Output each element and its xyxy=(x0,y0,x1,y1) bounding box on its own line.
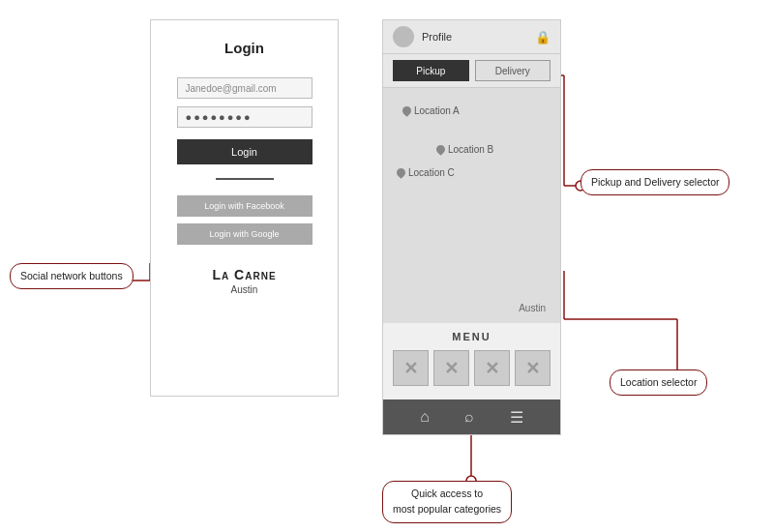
brand-name: La Carne xyxy=(212,267,276,282)
category-item-3[interactable]: ✕ xyxy=(474,350,510,386)
menu-section: Menu ✕ ✕ ✕ ✕ xyxy=(383,323,560,399)
profile-label: Profile xyxy=(422,31,527,43)
pickup-delivery-annotation: Pickup and Delivery selector xyxy=(580,169,729,195)
menu-label: Menu xyxy=(393,331,551,342)
location-b[interactable]: Location B xyxy=(436,144,493,155)
google-login-button[interactable]: Login with Google xyxy=(177,223,313,245)
password-field[interactable]: ●●●●●●●● xyxy=(177,106,313,128)
menu-icon[interactable]: ☰ xyxy=(510,408,523,427)
home-icon[interactable]: ⌂ xyxy=(420,408,430,426)
bottom-nav: ⌂ ⌕ ☰ xyxy=(383,399,560,434)
location-a[interactable]: Location A xyxy=(402,105,460,116)
category-grid: ✕ ✕ ✕ ✕ xyxy=(393,350,551,386)
quick-access-annotation: Quick access to most popular categories xyxy=(382,481,512,523)
email-field[interactable]: Janedoe@gmail.com xyxy=(177,77,313,99)
search-icon[interactable]: ⌕ xyxy=(464,408,474,426)
divider xyxy=(216,178,274,180)
login-wireframe: Login Janedoe@gmail.com ●●●●●●●● Login L… xyxy=(150,19,339,397)
app-wireframe: Profile 🔒 Pickup Delivery Location A Loc… xyxy=(382,19,561,435)
avatar xyxy=(393,26,414,47)
login-title: Login xyxy=(224,40,264,56)
login-button[interactable]: Login xyxy=(177,139,313,164)
map-area: Location A Location B Location C Austin xyxy=(383,88,560,323)
location-annotation: Location selector xyxy=(610,369,707,396)
category-item-2[interactable]: ✕ xyxy=(433,350,469,386)
category-item-1[interactable]: ✕ xyxy=(393,350,429,386)
pickup-button[interactable]: Pickup xyxy=(393,60,469,81)
austin-label: Austin xyxy=(519,303,546,313)
delivery-button[interactable]: Delivery xyxy=(475,60,551,81)
pin-dot-a xyxy=(401,104,413,117)
category-item-4[interactable]: ✕ xyxy=(515,350,551,386)
location-c[interactable]: Location C xyxy=(397,167,455,178)
pin-dot-b xyxy=(434,143,447,156)
pin-dot-c xyxy=(395,166,407,179)
lock-icon: 🔒 xyxy=(535,30,551,44)
facebook-login-button[interactable]: Login with Facebook xyxy=(177,195,313,217)
social-network-annotation: Social network buttons xyxy=(10,263,134,289)
brand-city: Austin xyxy=(231,284,258,295)
pickup-delivery-row: Pickup Delivery xyxy=(383,54,560,88)
app-header: Profile 🔒 xyxy=(383,20,560,54)
